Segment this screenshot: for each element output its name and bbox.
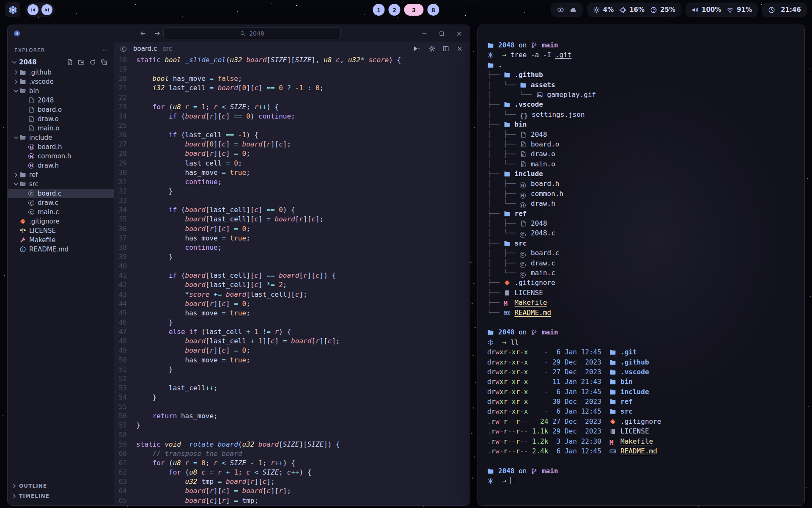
code-line-28[interactable]: 28 board[r][c] = 0; — [114, 149, 470, 158]
code-line-62[interactable]: 62 for (u8 c = r + 1; c < SIZE; c++) { — [114, 468, 470, 477]
code-line-64[interactable]: 64 board[r][c] = board[c][r]; — [114, 486, 470, 496]
code-line-34[interactable]: 34 if (board[last_cell][c] == 0) { — [114, 205, 470, 215]
editor-tab[interactable]: C board.c src — [114, 42, 470, 55]
code-line-41[interactable]: 41 if (board[last_cell][c] == board[r][c… — [114, 271, 470, 280]
explorer-item-main.c[interactable]: Cmain.c — [8, 207, 114, 217]
code-line-39[interactable]: 39 } — [114, 252, 470, 262]
explorer-item-LICENSE[interactable]: LICENSE — [8, 226, 114, 235]
code-line-30[interactable]: 30 has_move = true; — [114, 168, 470, 177]
explorer-item-main.o[interactable]: main.o — [8, 124, 114, 133]
code-line-38[interactable]: 38 continue; — [114, 243, 470, 252]
new-folder-button[interactable] — [78, 59, 85, 66]
code-line-63[interactable]: 63 u32 tmp = board[r][c]; — [114, 477, 470, 486]
explorer-item-board.h[interactable]: Hboard.h — [8, 142, 114, 152]
maximize-button[interactable] — [439, 30, 445, 37]
code-line-33[interactable]: 33 — [114, 196, 470, 205]
media-next-button[interactable] — [41, 4, 52, 15]
code-line-54[interactable]: 54 } — [114, 393, 470, 402]
code-line-42[interactable]: 42 board[last_cell][c] *= 2; — [114, 280, 470, 290]
code-line-36[interactable]: 36 board[r][c] = 0; — [114, 224, 470, 234]
command-search[interactable]: 2048 — [163, 28, 341, 39]
code-line-55[interactable]: 55 — [114, 402, 470, 411]
explorer-item-common.h[interactable]: Hcommon.h — [8, 152, 114, 161]
explorer-item-label: LICENSE — [29, 227, 56, 235]
code-line-61[interactable]: 61 for (u8 r = 0; r < SIZE - 1; r++) { — [114, 458, 470, 468]
code-line-21[interactable]: 21 i32 last_cell = board[0][c] == 0 ? -1… — [114, 83, 470, 93]
forward-button[interactable] — [154, 30, 161, 37]
outline-section[interactable]: OUTLINE — [8, 481, 114, 491]
explorer-item-draw.h[interactable]: Hdraw.h — [8, 161, 114, 170]
code-line-19[interactable]: 19 — [114, 65, 470, 74]
explorer-item-draw.o[interactable]: draw.o — [8, 114, 114, 124]
code-line-46[interactable]: 46 } — [114, 318, 470, 327]
workspace-1[interactable]: 1 — [373, 4, 385, 16]
code-line-26[interactable]: 26 if (last_cell == -1) { — [114, 130, 470, 140]
explorer-item-bin[interactable]: bin — [8, 86, 114, 96]
code-line-56[interactable]: 56 return has_move; — [114, 411, 470, 421]
new-file-button[interactable] — [66, 59, 73, 66]
explorer-item-README.md[interactable]: README.md — [8, 245, 114, 254]
code-line-18[interactable]: 18static bool _slide_col(u32 board[SIZE]… — [114, 55, 470, 65]
code-line-25[interactable]: 25 — [114, 121, 470, 130]
collapse-all-button[interactable] — [101, 59, 107, 66]
code-line-44[interactable]: 44 board[r][c] = 0; — [114, 299, 470, 309]
terminal-window[interactable]: 2048 on main → tree -a -I .git.├── .gith… — [477, 25, 805, 506]
settings-button[interactable] — [428, 45, 435, 52]
run-button[interactable] — [412, 45, 421, 52]
terminal-body[interactable]: 2048 on main → tree -a -I .git.├── .gith… — [487, 40, 795, 486]
workspace-3[interactable]: 3 — [404, 4, 424, 16]
explorer-root-folder[interactable]: 2048 — [8, 57, 114, 68]
code-line-50[interactable]: 50 has_move = true; — [114, 356, 470, 365]
code-line-27[interactable]: 27 board[0][c] = board[r][c]; — [114, 140, 470, 149]
code-line-60[interactable]: 60 // transpose the board — [114, 449, 470, 458]
explorer-item-label: ref — [29, 171, 38, 179]
explorer-item-ref[interactable]: ref — [8, 170, 114, 179]
explorer-item-.gitignore[interactable]: .gitignore — [8, 217, 114, 226]
code-line-31[interactable]: 31 continue; — [114, 177, 470, 187]
code-line-58[interactable]: 58 — [114, 431, 470, 440]
code-line-52[interactable]: 52 — [114, 374, 470, 384]
code-line-37[interactable]: 37 has_move = true; — [114, 234, 470, 243]
code-line-51[interactable]: 51 } — [114, 365, 470, 374]
explorer-item-draw.c[interactable]: Cdraw.c — [8, 198, 114, 207]
code-line-47[interactable]: 47 else if (last_cell + 1 != r) { — [114, 327, 470, 337]
minimize-button[interactable] — [421, 30, 428, 37]
explorer-item-include[interactable]: include — [8, 133, 114, 142]
vscode-titlebar[interactable]: 2048 — [8, 25, 470, 42]
back-button[interactable] — [140, 30, 146, 37]
timeline-section[interactable]: TIMELINE — [8, 491, 114, 501]
explorer-item-.github[interactable]: .github — [8, 68, 114, 77]
code-line-22[interactable]: 22 — [114, 93, 470, 102]
code-line-35[interactable]: 35 board[last_cell][c] = board[r][c]; — [114, 215, 470, 224]
code-line-65[interactable]: 65 board[c][r] = tmp; — [114, 496, 470, 505]
explorer-item-2048[interactable]: 2048 — [8, 96, 114, 105]
workspace-2[interactable]: 2 — [389, 4, 401, 16]
code-line-59[interactable]: 59static void _rotate_board(u32 board[SI… — [114, 440, 470, 449]
close-tab-button[interactable] — [456, 45, 463, 52]
workspace-8[interactable]: 8 — [428, 4, 439, 16]
code-line-49[interactable]: 49 board[r][c] = 0; — [114, 346, 470, 355]
code-line-57[interactable]: 57} — [114, 421, 470, 430]
explorer-item-board.c[interactable]: Cboard.c — [8, 189, 114, 198]
explorer-item-src[interactable]: src — [8, 179, 114, 189]
code-line-53[interactable]: 53 last_cell++; — [114, 384, 470, 393]
code-line-48[interactable]: 48 board[last_cell + 1][c] = board[r][c]… — [114, 337, 470, 346]
explorer-item-Makefile[interactable]: Makefile — [8, 235, 114, 245]
code-line-29[interactable]: 29 last_cell = 0; — [114, 159, 470, 168]
code-line-20[interactable]: 20 bool has_move = false; — [114, 74, 470, 83]
refresh-button[interactable] — [89, 59, 96, 66]
media-prev-button[interactable] — [27, 4, 38, 15]
code-line-40[interactable]: 40 — [114, 262, 470, 271]
explorer-more-icon[interactable] — [102, 47, 108, 53]
code-line-43[interactable]: 43 *score += board[last_cell][c]; — [114, 290, 470, 299]
code-line-45[interactable]: 45 has_move = true; — [114, 309, 470, 318]
close-button[interactable] — [456, 30, 462, 37]
explorer-item-board.o[interactable]: board.o — [8, 105, 114, 114]
launcher-button[interactable] — [5, 2, 20, 17]
split-editor-button[interactable] — [442, 45, 449, 52]
code-line-23[interactable]: 23 for (u8 r = 1; r < SIZE; r++) { — [114, 102, 470, 112]
explorer-item-.vscode[interactable]: .vscode — [8, 77, 114, 86]
code-line-32[interactable]: 32 } — [114, 187, 470, 196]
code-line-24[interactable]: 24 if (board[r][c] == 0) continue; — [114, 112, 470, 121]
code-editor[interactable]: 18static bool _slide_col(u32 board[SIZE]… — [114, 55, 470, 505]
